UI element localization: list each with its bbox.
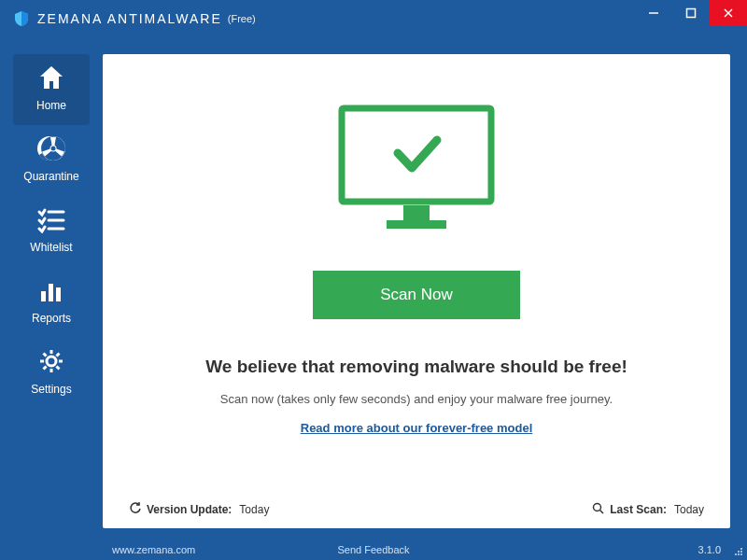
sidebar-item-label: Whitelist xyxy=(30,241,72,254)
edition-label: (Free) xyxy=(228,13,256,24)
svg-rect-15 xyxy=(56,287,61,301)
status-bar: Version Update: Today Last Scan: Today xyxy=(129,502,704,517)
headline: We believe that removing malware should … xyxy=(205,357,627,377)
whitelist-icon xyxy=(0,205,103,236)
sidebar: Home Quarantine Whitelist Reports Settin… xyxy=(0,54,103,409)
svg-rect-14 xyxy=(49,284,53,301)
maximize-button[interactable] xyxy=(672,0,710,26)
sidebar-item-label: Reports xyxy=(32,312,71,325)
svg-point-32 xyxy=(735,553,737,555)
last-scan-value: Today xyxy=(674,503,704,516)
version-update-status[interactable]: Version Update: Today xyxy=(129,502,269,517)
resize-grip-icon[interactable] xyxy=(732,545,743,558)
last-scan-label: Last Scan: xyxy=(610,503,667,516)
read-more-link[interactable]: Read more about our forever-free model xyxy=(301,421,533,435)
close-button[interactable] xyxy=(710,0,747,26)
svg-rect-13 xyxy=(41,291,46,301)
sidebar-item-settings[interactable]: Settings xyxy=(0,338,103,409)
sidebar-item-home[interactable]: Home xyxy=(13,54,90,125)
website-link[interactable]: www.zemana.com xyxy=(112,544,195,555)
version-update-label: Version Update: xyxy=(147,503,232,516)
svg-line-21 xyxy=(44,354,47,357)
home-icon xyxy=(13,63,90,94)
last-scan-status[interactable]: Last Scan: Today xyxy=(592,502,704,517)
minimize-button[interactable] xyxy=(635,0,672,26)
app-title: ZEMANA ANTIMALWARE xyxy=(37,11,222,26)
version-label: 3.1.0 xyxy=(698,544,721,555)
sidebar-item-label: Quarantine xyxy=(23,170,78,183)
sidebar-item-label: Settings xyxy=(31,383,71,396)
sidebar-item-whitelist[interactable]: Whitelist xyxy=(0,196,103,267)
search-icon xyxy=(592,502,604,517)
svg-line-23 xyxy=(57,354,60,357)
reports-icon xyxy=(0,276,103,307)
svg-rect-27 xyxy=(387,220,446,229)
svg-point-30 xyxy=(740,553,742,555)
svg-rect-25 xyxy=(342,108,491,202)
svg-line-24 xyxy=(44,367,47,370)
monitor-ok-icon xyxy=(323,101,510,245)
sidebar-item-reports[interactable]: Reports xyxy=(0,267,103,338)
version-update-value: Today xyxy=(239,503,269,516)
main-panel: Scan Now We believe that removing malwar… xyxy=(103,54,730,528)
svg-point-34 xyxy=(738,551,740,553)
svg-point-35 xyxy=(740,548,742,550)
scan-now-button[interactable]: Scan Now xyxy=(313,271,520,319)
svg-point-31 xyxy=(738,553,740,555)
refresh-icon xyxy=(129,502,141,517)
window-controls xyxy=(635,0,747,26)
sidebar-item-quarantine[interactable]: Quarantine xyxy=(0,125,103,196)
sidebar-item-label: Home xyxy=(36,99,66,112)
footer: www.zemana.com Send Feedback 3.1.0 xyxy=(0,539,747,560)
svg-line-22 xyxy=(57,367,60,370)
quarantine-icon xyxy=(0,134,103,165)
svg-rect-26 xyxy=(403,205,430,220)
svg-point-28 xyxy=(594,504,601,511)
app-logo-icon xyxy=(13,10,30,27)
send-feedback-link[interactable]: Send Feedback xyxy=(337,544,409,555)
svg-rect-1 xyxy=(687,9,696,18)
svg-point-16 xyxy=(47,357,56,366)
settings-icon xyxy=(0,347,103,378)
svg-point-9 xyxy=(50,147,55,151)
svg-line-29 xyxy=(600,511,604,514)
svg-point-33 xyxy=(740,551,742,553)
tagline: Scan now (takes only few seconds) and en… xyxy=(220,392,613,406)
